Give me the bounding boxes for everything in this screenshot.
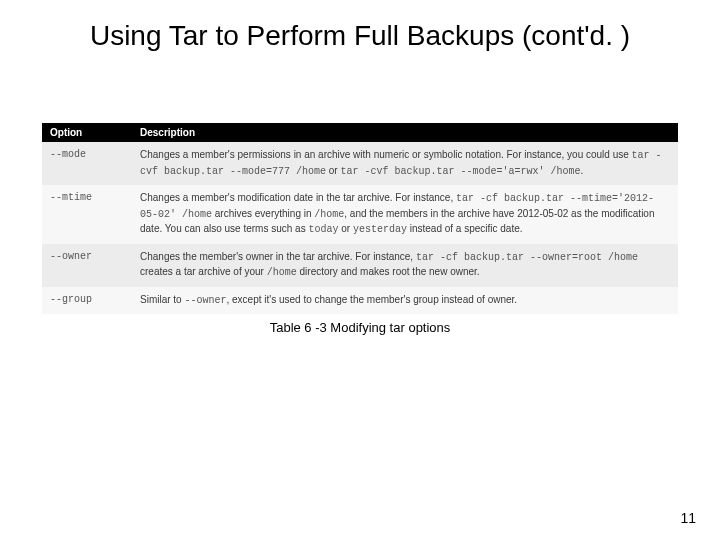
option-cell: --group: [42, 287, 132, 315]
desc-text: creates a tar archive of your: [140, 266, 267, 277]
col-header-option: Option: [42, 123, 132, 142]
option-cell: --mtime: [42, 185, 132, 244]
slide-title: Using Tar to Perform Full Backups (cont'…: [0, 0, 720, 53]
desc-text: , except it's used to change the member'…: [226, 294, 517, 305]
code-span: /home: [314, 209, 344, 220]
desc-text: .: [581, 165, 584, 176]
desc-text: Changes a member's modification date in …: [140, 192, 456, 203]
code-span: tar -cvf backup.tar --mode='a=rwx' /home: [340, 166, 580, 177]
table-caption: Table 6 -3 Modifying tar options: [42, 320, 678, 335]
desc-text: Changes a member's permissions in an arc…: [140, 149, 632, 160]
option-cell: --owner: [42, 244, 132, 287]
desc-text: or: [326, 165, 340, 176]
desc-text: Changes the member's owner in the tar ar…: [140, 251, 416, 262]
options-table-wrap: Option Description --mode Changes a memb…: [42, 123, 678, 335]
option-cell: --mode: [42, 142, 132, 185]
col-header-description: Description: [132, 123, 678, 142]
code-span: yesterday: [353, 224, 407, 235]
description-cell: Changes a member's modification date in …: [132, 185, 678, 244]
table-row: --group Similar to --owner, except it's …: [42, 287, 678, 315]
desc-text: archives everything in: [212, 208, 314, 219]
page-number: 11: [680, 510, 696, 526]
description-cell: Similar to --owner, except it's used to …: [132, 287, 678, 315]
options-table: Option Description --mode Changes a memb…: [42, 123, 678, 314]
description-cell: Changes a member's permissions in an arc…: [132, 142, 678, 185]
table-row: --owner Changes the member's owner in th…: [42, 244, 678, 287]
code-span: --owner: [184, 295, 226, 306]
desc-text: or: [338, 223, 352, 234]
table-row: --mtime Changes a member's modification …: [42, 185, 678, 244]
code-span: today: [308, 224, 338, 235]
table-row: --mode Changes a member's permissions in…: [42, 142, 678, 185]
desc-text: directory and makes root the new owner.: [297, 266, 480, 277]
desc-text: instead of a specific date.: [407, 223, 523, 234]
description-cell: Changes the member's owner in the tar ar…: [132, 244, 678, 287]
code-span: /home: [267, 267, 297, 278]
desc-text: Similar to: [140, 294, 184, 305]
code-span: tar -cf backup.tar --owner=root /home: [416, 252, 638, 263]
